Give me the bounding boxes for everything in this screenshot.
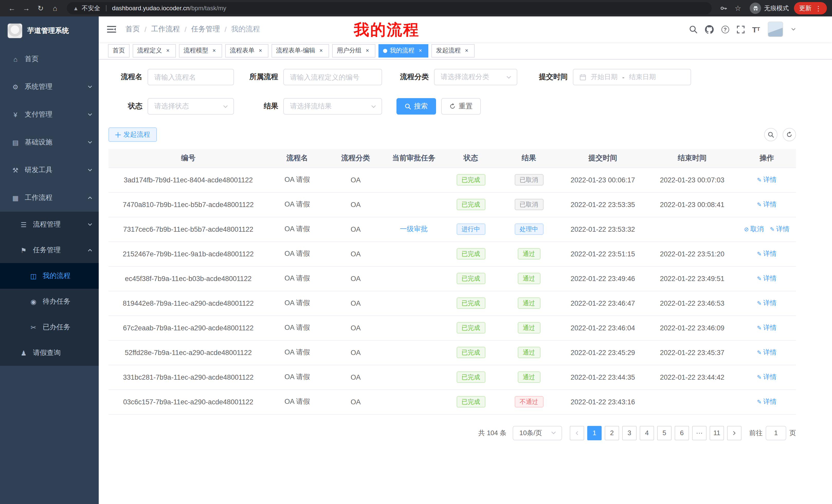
detail-link[interactable]: ✎详情 xyxy=(757,249,777,258)
page-button[interactable]: 1 xyxy=(587,426,602,440)
start-date-placeholder: 开始日期 xyxy=(591,73,618,82)
page-button[interactable]: 3 xyxy=(622,426,636,440)
breadcrumb-item[interactable]: 首页 xyxy=(126,25,140,34)
detail-link[interactable]: ✎详情 xyxy=(757,175,777,185)
chevron-down-icon xyxy=(371,104,376,109)
cell-result: 通过 xyxy=(499,315,559,340)
infrastructure-icon: ▤ xyxy=(11,138,20,146)
reset-button[interactable]: 重置 xyxy=(441,98,481,115)
hamburger-icon[interactable] xyxy=(107,25,116,33)
sidebar-item-system[interactable]: ⚙系统管理 xyxy=(0,73,99,101)
category-select[interactable]: 请选择流程分类 xyxy=(434,69,517,85)
create-process-button[interactable]: 发起流程 xyxy=(108,128,157,142)
goto-page-input[interactable] xyxy=(766,426,786,440)
detail-link[interactable]: ✎详情 xyxy=(757,323,777,332)
page-button[interactable]: 6 xyxy=(675,426,689,440)
tab-my-process[interactable]: 我的流程× xyxy=(379,44,428,57)
breadcrumb-item[interactable]: 工作流程 xyxy=(151,25,180,34)
status-select[interactable]: 请选择状态 xyxy=(148,98,234,115)
tab-home[interactable]: 首页 xyxy=(108,44,130,57)
cell-result: 已取消 xyxy=(499,167,559,192)
detail-link[interactable]: ✎详情 xyxy=(757,299,777,308)
detail-link[interactable]: ✎详情 xyxy=(757,372,777,382)
sidebar-item-dev-tools[interactable]: ⚒研发工具 xyxy=(0,156,99,184)
tab-process-form[interactable]: 流程表单× xyxy=(225,44,268,57)
tags-view: 首页流程定义×流程模型×流程表单×流程表单-编辑×用户分组×我的流程×发起流程× xyxy=(99,42,832,60)
close-icon[interactable]: × xyxy=(257,47,264,54)
screen: ← → ↻ ⌂ ▲ 不安全 dashboard.yudao.iocoder.cn… xyxy=(0,0,832,504)
sidebar-item-task-manage[interactable]: ⚑任务管理 xyxy=(0,237,99,263)
user-avatar[interactable] xyxy=(768,22,783,37)
cell-status: 已完成 xyxy=(443,291,499,315)
browser-forward-icon[interactable]: → xyxy=(20,2,33,15)
tab-process-model[interactable]: 流程模型× xyxy=(179,44,222,57)
fullscreen-icon[interactable] xyxy=(737,25,744,33)
result-select[interactable]: 请选择流结果 xyxy=(283,98,382,115)
bookmark-star-icon[interactable]: ☆ xyxy=(731,2,745,15)
page-button[interactable]: 5 xyxy=(657,426,672,440)
next-page-button[interactable] xyxy=(727,426,742,440)
page-button[interactable]: 11 xyxy=(710,426,724,440)
sidebar-item-done-task[interactable]: ✂已办任务 xyxy=(0,314,99,340)
font-size-icon[interactable]: TT xyxy=(752,25,760,33)
refresh-table-button[interactable] xyxy=(783,128,796,141)
github-icon[interactable] xyxy=(705,25,713,34)
cancel-link[interactable]: ⊘取消 xyxy=(744,225,763,234)
close-icon[interactable]: × xyxy=(318,47,324,54)
tab-create-process[interactable]: 发起流程× xyxy=(432,44,475,57)
sidebar-item-home[interactable]: ⌂首页 xyxy=(0,45,99,73)
incognito-profile[interactable]: 无痕模式 xyxy=(750,3,789,14)
page-button[interactable]: 4 xyxy=(640,426,654,440)
status-label: 状态 xyxy=(108,102,142,111)
sidebar-item-my-process[interactable]: ◫我的流程 xyxy=(0,263,99,289)
app-logo[interactable]: 芋道管理系统 xyxy=(0,17,99,45)
tab-user-group[interactable]: 用户分组× xyxy=(332,44,375,57)
cell-submit-time: 2022-01-22 23:46:47 xyxy=(559,291,647,315)
breadcrumb-item[interactable]: 任务管理 xyxy=(191,25,220,34)
address-bar[interactable]: ▲ 不安全 dashboard.yudao.iocoder.cn/bpm/tas… xyxy=(67,2,712,15)
browser-home-icon[interactable]: ⌂ xyxy=(48,2,62,15)
sidebar-item-leave-query[interactable]: ♟请假查询 xyxy=(0,340,99,366)
close-icon[interactable]: × xyxy=(364,47,371,54)
chrome-update-button[interactable]: 更新 ⋮ xyxy=(794,2,827,15)
sidebar-item-process-manage[interactable]: ☰流程管理 xyxy=(0,212,99,237)
page-button[interactable]: 2 xyxy=(605,426,619,440)
cell-end-time: 2022-01-22 23:46:53 xyxy=(647,291,738,315)
sidebar-item-label: 研发工具 xyxy=(25,165,52,175)
detail-link[interactable]: ✎详情 xyxy=(757,397,777,407)
browser-back-icon[interactable]: ← xyxy=(5,2,19,15)
process-definition-input[interactable] xyxy=(283,69,382,85)
sidebar-item-todo-task[interactable]: ◉待办任务 xyxy=(0,289,99,314)
page-size-select[interactable]: 10条/页 xyxy=(513,426,562,440)
incognito-icon xyxy=(750,3,761,14)
browser-menu-icon[interactable]: ⋮ xyxy=(815,4,822,12)
edit-icon: ✎ xyxy=(757,325,761,331)
close-icon[interactable]: × xyxy=(463,47,470,54)
avatar-caret-icon[interactable] xyxy=(791,27,796,32)
prev-page-button[interactable] xyxy=(570,426,584,440)
tab-process-definition[interactable]: 流程定义× xyxy=(133,44,176,57)
more-pages-icon[interactable]: ··· xyxy=(692,426,706,440)
toggle-search-button[interactable] xyxy=(764,128,778,141)
sidebar-item-payment[interactable]: ¥支付管理 xyxy=(0,101,99,129)
close-icon[interactable]: × xyxy=(211,47,217,54)
password-key-icon[interactable] xyxy=(717,2,730,15)
submit-time-range-picker[interactable]: 开始日期 - 结束日期 xyxy=(573,69,691,85)
cell-status-badge: 已完成 xyxy=(457,298,485,309)
search-button[interactable]: 搜索 xyxy=(396,98,436,115)
tab-process-form-edit[interactable]: 流程表单-编辑× xyxy=(271,44,329,57)
process-name-input[interactable] xyxy=(148,69,234,85)
cell-submit-time: 2022-01-22 23:53:32 xyxy=(559,217,647,242)
sidebar-item-workflow[interactable]: ▦工作流程 xyxy=(0,184,99,212)
close-icon[interactable]: × xyxy=(417,47,424,54)
search-icon[interactable] xyxy=(689,25,697,33)
current-task-link[interactable]: 一级审批 xyxy=(400,225,427,233)
detail-link[interactable]: ✎详情 xyxy=(757,200,777,209)
detail-link[interactable]: ✎详情 xyxy=(757,348,777,357)
close-icon[interactable]: × xyxy=(164,47,171,54)
detail-link[interactable]: ✎详情 xyxy=(770,225,789,234)
browser-reload-icon[interactable]: ↻ xyxy=(34,2,47,15)
help-icon[interactable]: ? xyxy=(721,25,729,33)
sidebar-item-infrastructure[interactable]: ▤基础设施 xyxy=(0,129,99,156)
detail-link[interactable]: ✎详情 xyxy=(757,274,777,283)
